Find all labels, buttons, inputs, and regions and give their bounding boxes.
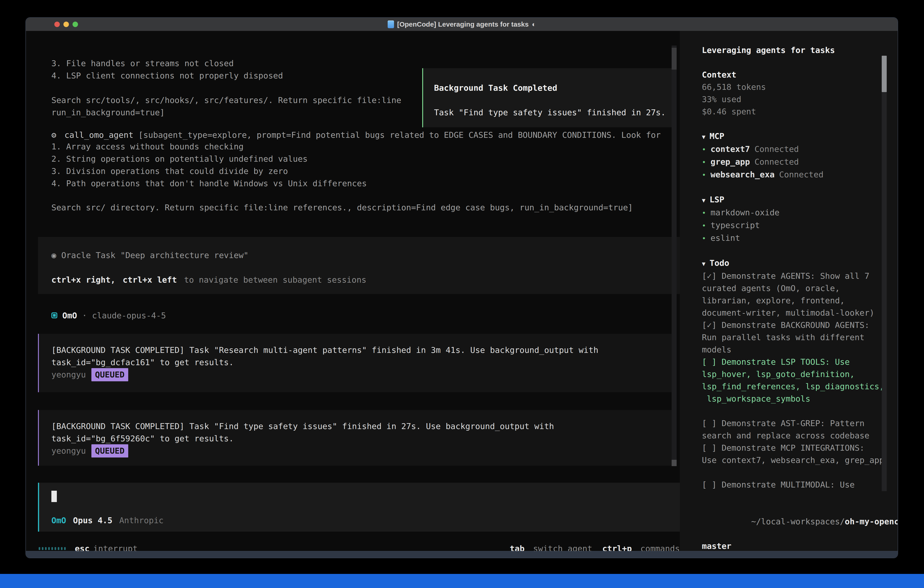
scrollback-text: 3. File handles or streams not closed 4.… [51, 57, 401, 119]
todo-item-active: [ ] Demonstrate LSP TOOLS: Use lsp_hover… [702, 356, 886, 405]
status-dot-icon: • [702, 222, 706, 230]
terminal-document-icon [388, 20, 394, 28]
progress-moon-icon: ◐ [532, 20, 536, 28]
agent-name: OmO [62, 311, 77, 320]
lsp-section-header[interactable]: ▼LSP [702, 193, 898, 206]
message-line-1: [BACKGROUND TASK COMPLETED] Task "Resear… [51, 344, 675, 356]
tool-call-prompt-list: 1. Array access without bounds checking … [51, 140, 367, 190]
message-author: yeongyu [51, 368, 86, 381]
input-meta-row: OmO Opus 4.5 Anthropic [51, 514, 164, 526]
window-title: [OpenCode] Leveraging agents for tasks ◐ [26, 18, 898, 31]
tool-call-line: ⚙ call_omo_agent [subagent_type=explore,… [51, 129, 672, 141]
git-branch: master [702, 540, 898, 552]
todo-item-done: [✓] Demonstrate AGENTS: Show all 7 curat… [702, 270, 886, 319]
session-sidebar: Leveraging agents for tasks Context 66,5… [680, 31, 898, 552]
background-task-message: [BACKGROUND TASK COMPLETED] Task "Resear… [38, 334, 675, 392]
status-dot-icon: • [702, 209, 706, 217]
mcp-section-header[interactable]: ▼MCP [702, 130, 898, 143]
mcp-item: •websearch_exaConnected [702, 168, 898, 181]
main-scrollbar-thumb[interactable] [672, 460, 676, 466]
message-line-2: task_id="bg_6f59260c" to get results. [51, 433, 675, 445]
main-scrollbar-thumb-top[interactable] [672, 48, 676, 69]
agent-model: claude-opus-4-5 [92, 311, 166, 320]
main-scrollbar[interactable] [672, 45, 676, 466]
chat-main-area: 3. File handles or streams not closed 4.… [26, 31, 680, 552]
queued-status-badge: QUEUED [91, 444, 128, 458]
mcp-item: •context7Connected [702, 143, 898, 156]
message-line-1: [BACKGROUND TASK COMPLETED] Task "Find t… [51, 420, 675, 433]
sidebar-scrollbar[interactable] [882, 56, 887, 491]
titlebar[interactable]: [OpenCode] Leveraging agents for tasks ◐ [26, 18, 898, 31]
status-dot-icon: • [702, 158, 706, 166]
agent-header: OmO · claude-opus-4-5 [51, 309, 166, 322]
oracle-task-title: ◉ Oracle Task "Deep architecture review" [51, 249, 680, 261]
subagent-navigation-hint: ctrl+x right, ctrl+x left to navigate be… [51, 274, 680, 286]
desktop-wallpaper-strip [0, 574, 924, 588]
current-provider-label: Anthropic [119, 516, 163, 525]
session-title: Leveraging agents for tasks [702, 44, 898, 56]
record-circle-icon: ◉ [51, 251, 56, 260]
mcp-item: •grep_appConnected [702, 156, 898, 168]
chevron-down-icon: ▼ [702, 197, 706, 204]
tool-call-tail: Search src/ directory. Return specific f… [51, 202, 633, 214]
spinner-dots [39, 547, 66, 550]
context-heading: Context [702, 69, 898, 81]
todo-item-done: [✓] Demonstrate BACKGROUND AGENTS: Run p… [702, 319, 886, 356]
window-bottom-edge [26, 551, 898, 558]
toast-body: Task "Find type safety issues" finished … [434, 106, 674, 119]
workspace-path: ~/local-workspaces/oh-my-opencode: [702, 503, 898, 540]
lsp-item: •markdown-oxide [702, 206, 898, 219]
tool-call-name: call_omo_agent [64, 130, 133, 140]
todo-section-header[interactable]: ▼Todo [702, 257, 898, 270]
terminal-content: 3. File handles or streams not closed 4.… [26, 31, 898, 552]
separator-dot: · [82, 311, 87, 320]
current-model-label[interactable]: Opus 4.5 [73, 516, 112, 525]
gear-icon: ⚙ [51, 130, 56, 140]
lsp-item: •typescript [702, 219, 898, 232]
queued-status-badge: QUEUED [91, 368, 128, 381]
chevron-down-icon: ▼ [702, 260, 706, 267]
tool-call-args: [subagent_type=explore, prompt=Find pote… [139, 130, 661, 140]
todo-item-pending: [ ] Demonstrate AST-GREP: Pattern search… [702, 417, 886, 442]
window-title-text: [OpenCode] Leveraging agents for tasks [397, 20, 529, 28]
background-task-message: [BACKGROUND TASK COMPLETED] Task "Find t… [38, 410, 675, 466]
sidebar-scrollbar-thumb[interactable] [882, 56, 887, 92]
agent-checkbox-icon [51, 312, 57, 318]
status-dot-icon: • [702, 235, 706, 243]
chevron-down-icon: ▼ [702, 134, 706, 140]
toast-title: Background Task Completed [434, 82, 674, 94]
todo-item-pending: [ ] Demonstrate MULTIMODAL: Use [702, 479, 886, 491]
current-agent-label[interactable]: OmO [51, 516, 66, 525]
context-tokens: 66,518 tokens [702, 81, 898, 93]
status-dot-icon: • [702, 171, 706, 179]
status-dot-icon: • [702, 145, 706, 154]
background-task-toast: Background Task Completed Task "Find typ… [422, 68, 675, 127]
context-used: 33% used [702, 93, 898, 106]
prompt-input[interactable]: OmO Opus 4.5 Anthropic [38, 483, 680, 532]
terminal-window: [OpenCode] Leveraging agents for tasks ◐… [25, 17, 898, 558]
message-author: yeongyu [51, 445, 86, 457]
text-cursor [51, 491, 57, 502]
lsp-item: •eslint [702, 232, 898, 244]
todo-item-pending: [ ] Demonstrate MCP INTEGRATIONS: Use co… [702, 442, 886, 466]
message-line-2: task_id="bg_dcfac161" to get results. [51, 356, 675, 368]
oracle-task-panel: ◉ Oracle Task "Deep architecture review"… [38, 237, 680, 294]
context-spent: $0.46 spent [702, 106, 898, 118]
